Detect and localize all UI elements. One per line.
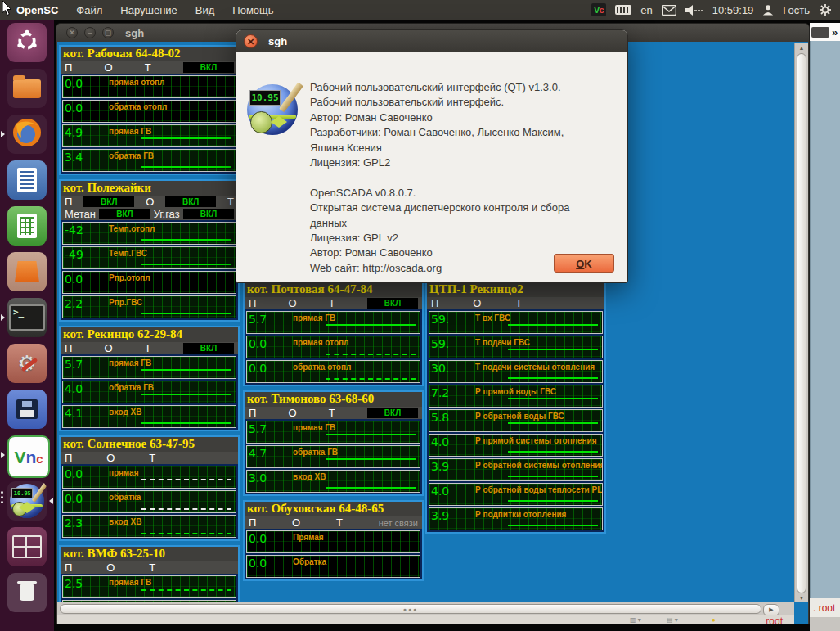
header-cell: Т [149, 561, 155, 574]
trend-row[interactable]: 59.Т подачи ГВС [429, 336, 603, 358]
trend-row[interactable]: 30.Т подачи системы отопления [429, 360, 603, 383]
trend-row[interactable]: 4.7обратка ГВ [246, 445, 420, 468]
menu-help[interactable]: Помощь [232, 4, 273, 16]
panel-header: МетанВКЛУг.газВКЛ [61, 208, 238, 220]
offline-label: нет связи [379, 518, 418, 528]
close-icon[interactable]: ✕ [244, 34, 258, 48]
header-cell: О [473, 297, 481, 309]
launcher-item-firefox[interactable] [0, 111, 54, 157]
trend-row[interactable]: 2.3вход ХВ [62, 515, 236, 538]
trend-row[interactable]: 0.0прямая [62, 466, 236, 489]
mail-icon[interactable] [662, 5, 676, 16]
trend-line-icon [141, 479, 231, 480]
trend-label: вход ХВ [293, 472, 326, 481]
dialog-titlebar[interactable]: ✕ sgh [236, 30, 627, 52]
session-user-label[interactable]: Гость [783, 4, 810, 16]
launcher-item-ubuntu-dash[interactable] [0, 20, 54, 65]
header-cell: П [65, 452, 72, 464]
trend-row[interactable]: 0.0обратка отопл [62, 100, 236, 123]
trend-row[interactable]: 5.7прямая ГВ [246, 311, 420, 334]
trend-label: Темп.ГВС [109, 249, 147, 258]
trend-value: 0.0 [65, 273, 83, 286]
openscada-vision-icon: 10.95 [10, 484, 44, 518]
trend-row[interactable]: 4.0обратка ГВ [62, 381, 236, 403]
launcher-item-openscada-config[interactable] [0, 386, 54, 432]
launcher-item-workspace-switcher[interactable] [0, 524, 54, 570]
trend-line-icon [141, 533, 231, 534]
keyboard-layout-icon[interactable] [615, 5, 631, 15]
trend-row[interactable]: 0.0Обратка [246, 555, 420, 578]
launcher-item-terminal[interactable]: >_ [0, 295, 54, 340]
trend-value: 59. [431, 337, 449, 350]
trend-row[interactable]: 0.0обратка отопл [246, 360, 420, 383]
trend-row[interactable]: 3.9Р подпитки отопления [429, 507, 603, 530]
panel-col-1: кот. Рабочая 64-48-02ПОТВКЛ0.0прямая ото… [59, 45, 240, 602]
trend-row[interactable]: -49Темп.ГВС [62, 246, 236, 269]
trend-row[interactable]: 4.9прямая ГВ [62, 124, 236, 147]
dialog-text-line: данных [310, 216, 569, 231]
trend-line-icon [508, 451, 598, 453]
trend-row[interactable]: -42Темп.отопл [62, 222, 236, 245]
ok-button[interactable]: OK [554, 254, 614, 273]
system-tray: Vc en 10:59:19 Гость [591, 3, 840, 16]
menu-violation[interactable]: Нарушение [120, 4, 177, 16]
launcher-item-openscada-vision[interactable]: 10.95 [0, 478, 54, 524]
trend-line-icon [141, 239, 231, 241]
vertical-scroll-thumb[interactable] [797, 53, 806, 593]
trend-row[interactable]: 0.0прямая отопл [246, 336, 420, 358]
background-statusbar: . root [810, 598, 840, 617]
vnc-tray-icon[interactable]: Vc [591, 3, 606, 16]
clock-label[interactable]: 10:59:19 [712, 4, 754, 16]
vertical-scrollbar[interactable]: ▲ ▼ [794, 43, 808, 602]
desktop: OpenSC Файл Нарушение Вид Помощь Vc en 1… [0, 0, 840, 631]
launcher-item-libreoffice-calc[interactable] [0, 203, 54, 249]
launcher-item-vnc-viewer[interactable]: Vnc [0, 432, 54, 478]
trend-row[interactable]: 3.0вход ХВ [246, 470, 420, 493]
toolbar-overflow-icon[interactable]: » [832, 26, 838, 38]
trend-row[interactable]: 0.0Прямая [246, 530, 420, 553]
trend-row[interactable]: 5.7прямая ГВ [246, 421, 420, 444]
scroll-down-icon[interactable]: ▼ [795, 595, 808, 601]
trend-row[interactable]: 59.Т вх ГВС [429, 311, 603, 334]
trend-row[interactable]: 5.8Р обратной воды ГВС [429, 409, 603, 432]
dialog-text: Рабочий пользовательский интерфейс (QT) … [310, 80, 569, 276]
trend-row[interactable]: 2.5прямая ГВ [62, 575, 236, 598]
horizontal-scrollbar[interactable]: ●●● ▶ [57, 602, 794, 615]
trend-row[interactable]: 5.7прямая ГВ [62, 356, 236, 379]
trend-row[interactable]: 0.0Рпр.отопл [62, 271, 236, 294]
horizontal-scroll-thumb[interactable]: ●●● [60, 604, 761, 614]
trend-row[interactable]: 3.9Р обратной системы отопления [429, 458, 603, 481]
header-cell: О [106, 452, 115, 464]
trend-line-icon [141, 369, 231, 371]
trend-value: 4.7 [249, 447, 267, 460]
trend-row[interactable]: 4.1вход ХВ [62, 405, 236, 428]
launcher-item-files[interactable] [0, 65, 54, 111]
user-icon [762, 4, 774, 16]
about-dialog: ✕ sgh 10.95 Рабочий пользовательский инт… [236, 29, 628, 283]
keyboard-layout-label[interactable]: en [640, 4, 652, 16]
launcher-item-system-settings[interactable]: ⚙ [0, 340, 54, 386]
scroll-up-icon[interactable]: ▲ [795, 45, 808, 51]
panel-title: кот. Рабочая 64-48-02 [61, 47, 238, 61]
trend-row[interactable]: 4.0Р обратной воды теплосети PLC4 [429, 483, 603, 506]
trend-row[interactable]: 0.0обратка [62, 490, 236, 513]
launcher-item-software-center[interactable] [0, 249, 54, 295]
close-icon[interactable]: ✕ [66, 27, 78, 38]
session-gear-icon[interactable] [819, 3, 832, 16]
boiler-panel: кот. Обуховская 64-48-65ПОТнет связи0.0П… [243, 500, 424, 581]
menu-file[interactable]: Файл [76, 4, 102, 16]
maximize-icon[interactable]: ▢ [102, 27, 114, 38]
launcher-item-libreoffice-writer[interactable] [0, 157, 54, 203]
trend-row[interactable]: 2.2Рпр.ГВС [62, 295, 236, 318]
minimize-icon[interactable]: – [84, 27, 96, 38]
trend-row[interactable]: 7.2Р прямой воды ГВС [429, 385, 603, 408]
trend-row[interactable]: 4.0Р прямой системы отопления [429, 434, 603, 457]
trend-row[interactable]: 3.4обратка ГВ [62, 149, 236, 172]
trend-row[interactable]: 0.0прямая отопл [62, 75, 236, 98]
boiler-panel: кот. ВМФ 63-25-10ПОТ2.5прямая ГВ2.6обрат… [59, 545, 240, 602]
volume-icon[interactable] [685, 5, 703, 16]
toolbar-button-fragment[interactable] [811, 27, 829, 38]
scroll-right-icon[interactable]: ▶ [763, 604, 779, 616]
launcher-item-trash[interactable] [0, 570, 54, 615]
menu-view[interactable]: Вид [195, 4, 215, 16]
